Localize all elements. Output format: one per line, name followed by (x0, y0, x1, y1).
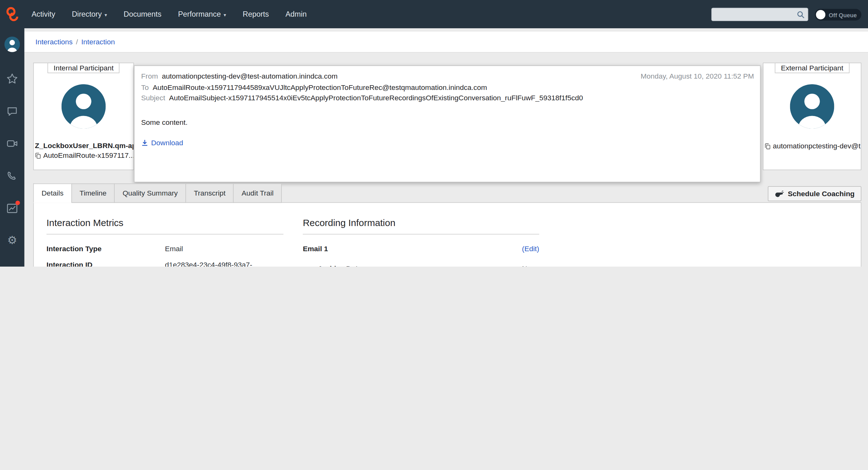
tab-timeline[interactable]: Timeline (71, 184, 115, 203)
chat-icon[interactable] (6, 105, 18, 118)
profile-avatar[interactable] (4, 36, 20, 52)
email-subject-label: Subject (141, 94, 165, 102)
nav-item-documents[interactable]: Documents (124, 10, 161, 18)
search-icon[interactable] (797, 10, 805, 19)
internal-participant-title: Internal Participant (48, 63, 120, 73)
download-icon (141, 139, 148, 146)
email-date: Monday, August 10, 2020 11:52 PM (641, 71, 754, 82)
search-box (711, 8, 808, 21)
email-from-value: automationpctesting-dev@test-automation.… (162, 72, 337, 80)
internal-participant-card: Internal Participant Z_LockboxUser_LBRN.… (33, 63, 134, 170)
detail-tabs: Details Timeline Quality Summary Transcr… (33, 184, 282, 203)
external-participant-card: External Participant automationpctesting… (763, 63, 861, 170)
breadcrumb-interactions-link[interactable]: Interactions (35, 38, 72, 46)
left-rail: ⚙ ? (0, 0, 25, 267)
gear-icon[interactable]: ⚙ (7, 235, 17, 245)
internal-participant-detail-text: AutoEmailRoute-x1597117... (43, 151, 133, 159)
notification-dot (16, 201, 20, 205)
external-participant-title: External Participant (775, 63, 849, 73)
copy-icon[interactable] (35, 152, 41, 159)
queue-toggle[interactable]: Off Queue (815, 9, 861, 21)
metric-row-interaction-id: Interaction ID d1e283e4-23c4-49f8-93a7-8… (46, 259, 283, 267)
email-from-label: From (141, 72, 158, 80)
recording-row-archive-date: Archive Date None (303, 263, 539, 267)
performance-inbox-icon[interactable] (6, 202, 18, 214)
queue-toggle-label: Off Queue (829, 11, 857, 18)
internal-participant-name: Z_LockboxUser_LBRN.qm-api... (34, 142, 133, 150)
external-participant-detail-text: automationpctesting-dev@t... (773, 142, 861, 150)
email-subject-value: AutoEmailSubject-x1597117945514x0iEv5tcA… (169, 94, 583, 102)
recording-email-row: Email 1 (Edit) (303, 243, 539, 254)
chevron-down-icon: ▾ (104, 12, 107, 18)
details-panel: Interaction Metrics Interaction Type Ema… (33, 202, 861, 267)
nav-item-performance[interactable]: Performance▾ (178, 10, 226, 18)
edit-link[interactable]: (Edit) (522, 243, 539, 254)
star-icon[interactable] (6, 72, 18, 85)
external-participant-detail: automationpctesting-dev@t... (764, 142, 861, 150)
chevron-down-icon: ▾ (224, 12, 226, 18)
phone-icon[interactable] (6, 170, 18, 182)
toggle-knob[interactable] (816, 10, 825, 20)
email-message-panel: Fromautomationpctesting-dev@test-automat… (134, 65, 761, 182)
main-nav: Activity Directory▾ Documents Performanc… (31, 0, 307, 28)
schedule-coaching-button[interactable]: Schedule Coaching (768, 186, 861, 201)
whistle-icon (775, 190, 784, 198)
genesys-logo-icon[interactable] (4, 6, 21, 22)
breadcrumb: Interactions / Interaction (25, 31, 868, 53)
internal-participant-detail: AutoEmailRoute-x1597117... (34, 151, 133, 159)
copy-icon[interactable] (764, 143, 770, 149)
metric-row-interaction-type: Interaction Type Email (46, 243, 283, 254)
tab-details[interactable]: Details (33, 184, 72, 203)
nav-item-reports[interactable]: Reports (243, 10, 269, 18)
tab-audit-trail[interactable]: Audit Trail (234, 184, 282, 203)
nav-item-directory[interactable]: Directory▾ (72, 10, 107, 18)
schedule-coaching-label: Schedule Coaching (788, 189, 855, 198)
email-to-row: ToAutoEmailRoute-x1597117944589xaVUJltcA… (141, 82, 753, 92)
interaction-id-value: d1e283e4-23c4-49f8-93a7-8b51c9599ed0 (165, 261, 252, 267)
email-download-link[interactable]: Download (141, 138, 183, 147)
interaction-metrics-title: Interaction Metrics (46, 218, 283, 235)
app-root: Activity Directory▾ Documents Performanc… (0, 0, 868, 267)
email-subject-row: SubjectAutoEmailSubject-x1597117945514x0… (141, 92, 753, 103)
external-avatar (790, 84, 834, 128)
email-to-label: To (141, 83, 149, 91)
email-body: Some content. (141, 118, 753, 126)
tab-quality-summary[interactable]: Quality Summary (114, 184, 186, 203)
breadcrumb-interaction-link[interactable]: Interaction (81, 38, 115, 46)
top-navbar: Activity Directory▾ Documents Performanc… (0, 0, 868, 28)
tab-transcript[interactable]: Transcript (186, 184, 234, 203)
email-download-label: Download (151, 138, 183, 147)
breadcrumb-separator: / (76, 38, 78, 46)
video-icon[interactable] (6, 137, 18, 150)
search-input[interactable] (712, 8, 795, 21)
recording-information-section: Recording Information Email 1 (Edit) Arc… (303, 218, 539, 267)
nav-item-admin[interactable]: Admin (285, 10, 307, 18)
nav-item-activity[interactable]: Activity (31, 10, 55, 18)
email-to-value: AutoEmailRoute-x1597117944589xaVUJltcApp… (153, 83, 487, 91)
internal-avatar (62, 84, 106, 128)
interaction-metrics-section: Interaction Metrics Interaction Type Ema… (46, 218, 283, 267)
recording-information-title: Recording Information (303, 218, 539, 235)
